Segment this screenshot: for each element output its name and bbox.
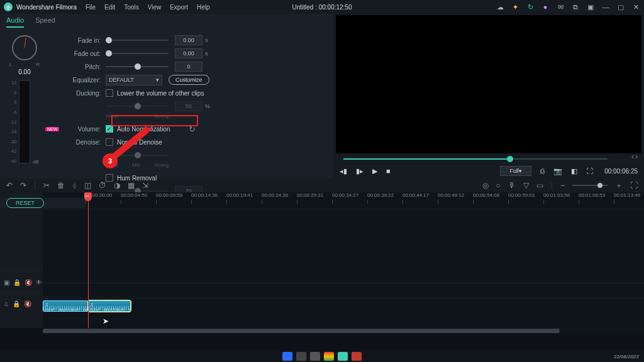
fade-out-slider[interactable] [106,53,169,54]
playhead[interactable]: ✂ [88,192,89,328]
taskbar-explorer-icon[interactable] [310,352,320,361]
fullscreen-icon[interactable]: ⛶ [586,167,593,175]
taskbar-search-icon[interactable] [296,352,306,361]
open-icon[interactable]: ▣ [586,3,595,11]
timeline-ruler[interactable]: 00:00:00:0000:00:04:5000:00:09:5000:00:1… [86,192,644,209]
snapshot-icon[interactable]: 📷 [553,167,562,175]
timeline-tracks: ▣ 🔒 🔇 👁 ♫ 🔒 🔇 ♫ REC_20220822_09… ♫ REC_2… [0,209,644,328]
speed-icon[interactable]: ⏱ [99,181,106,190]
render-icon[interactable]: ▭ [536,181,543,190]
color-icon[interactable]: ◑ [114,181,120,190]
split-icon[interactable]: ⎀ [72,181,77,190]
markers-icon[interactable]: ◧ [571,167,577,175]
zoom-in-icon[interactable]: ＋ [615,180,623,191]
marker-icon[interactable]: ▽ [523,181,529,190]
timeline-scrollbar[interactable] [43,328,644,334]
zoom-fit-icon[interactable]: ⛶ [630,181,638,190]
meter-unit: dB [33,159,39,165]
minimize-icon[interactable]: — [601,3,610,11]
sync-icon[interactable]: ↻ [526,3,535,11]
step-fwd-icon[interactable]: ▮▸ [356,167,364,175]
fade-in-slider[interactable] [106,40,169,41]
taskbar-filmora-icon[interactable] [338,352,348,361]
preview-progress[interactable] [343,157,608,161]
taskbar-chrome-icon[interactable] [324,352,334,361]
tab-speed[interactable]: Speed [35,16,55,28]
audio-track-head[interactable]: ♫ 🔒 🔇 [0,293,43,314]
taskbar-date[interactable]: 22/08/2022 [614,354,639,359]
ruler-tick: 00:01:03:58 [543,192,570,198]
pitch-value[interactable]: 0 [175,62,203,72]
cut-icon[interactable]: ✂ [43,181,50,190]
message-icon[interactable]: ✉ [556,3,565,11]
redo-icon[interactable]: ↷ [20,181,26,190]
capture-icon[interactable]: ⎙ [540,167,545,175]
user-icon[interactable]: ● [541,3,550,11]
auto-normalization-checkbox[interactable]: ✓ [106,125,113,133]
preview-video[interactable] [336,15,641,153]
delete-icon[interactable]: 🗑 [57,181,65,190]
panel-tabs: Audio Speed [0,14,333,28]
hum-removal-label: Hum Removal [117,175,157,182]
play-icon[interactable]: ▶ [372,167,377,175]
app-logo: ◆ [4,3,13,11]
audio-track-lane[interactable]: ♫ REC_20220822_09… ♫ REC_20220822_09… [43,298,644,314]
pitch-slider[interactable] [106,66,169,67]
close-icon[interactable]: ✕ [631,3,640,11]
refresh-icon[interactable]: ↻ [189,124,196,134]
menu-export[interactable]: Export [170,4,188,11]
equalizer-select[interactable]: DEFAULT▾ [106,75,162,85]
ruler-tick: 00:00:04:50 [121,192,147,198]
denoise-label: Denoise: [62,139,101,146]
denoise-chk-label: Normal Denoise [117,139,162,146]
stop-icon[interactable]: ■ [386,167,391,175]
fade-in-value[interactable]: 0.00 [175,35,203,45]
zoom-slider[interactable] [572,185,608,186]
playhead-handle-icon[interactable]: ✂ [84,192,92,201]
menu-view[interactable]: View [148,4,162,11]
taskbar-app-icon[interactable] [352,352,362,361]
ducking-slider [106,106,169,107]
menu-tools[interactable]: Tools [124,4,138,11]
fade-out-value[interactable]: 0.00 [175,48,203,58]
step-back-icon[interactable]: ◂▮ [340,167,347,175]
mixer-icon[interactable]: ◎ [482,181,489,190]
new-project-icon[interactable]: ⧉ [571,3,580,11]
audio-clip-1[interactable]: ♫ REC_20220822_09… [43,300,88,312]
denoise-slider [106,155,169,156]
audio-clip-2[interactable]: ♫ REC_20220822_09… [88,300,131,312]
video-track-lane[interactable] [43,283,644,298]
meter-scale: 1260-6-12-18-30-42-60 [10,80,16,163]
menu-edit[interactable]: Edit [104,4,115,11]
taskbar-start-icon[interactable] [282,352,292,361]
video-track-head[interactable]: ▣ 🔒 🔇 👁 [0,272,43,293]
crop-icon[interactable]: ◫ [84,181,91,190]
ducking-checkbox[interactable] [106,89,113,97]
reset-button[interactable]: RESET [6,198,44,208]
prev-marker-icon[interactable]: ‹ [631,152,634,161]
voiceover-icon[interactable]: ○ [496,181,501,190]
zoom-out-icon[interactable]: − [560,181,565,190]
mic-icon[interactable]: 🎙 [508,181,516,190]
tab-audio[interactable]: Audio [6,16,24,28]
menu-help[interactable]: Help [197,4,210,11]
app-name: Wondershare Filmora [16,4,77,11]
denoise-checkbox[interactable] [106,138,113,146]
pitch-label: Pitch: [62,63,101,70]
expand-icon[interactable]: ⇲ [142,181,148,190]
hum-removal-checkbox[interactable] [106,174,113,182]
undo-icon[interactable]: ↶ [6,181,13,190]
customize-button[interactable]: Customize [169,75,209,85]
cloud-icon[interactable]: ☁ [496,3,504,11]
menu-file[interactable]: File [86,4,96,11]
premium-icon[interactable]: ✦ [511,3,519,11]
pan-left-label: L [9,62,12,67]
quality-select[interactable]: Full ▾ [500,166,531,176]
maximize-icon[interactable]: ▢ [616,3,625,11]
ruler-tick: 00:00:54:08 [473,192,499,198]
preview-time: 00:00:06:25 [604,168,638,175]
next-marker-icon[interactable]: › [635,152,638,161]
greenscreen-icon[interactable]: ▦ [128,181,135,190]
windows-taskbar: 22/08/2022 [0,351,644,362]
pan-knob[interactable] [12,35,37,60]
